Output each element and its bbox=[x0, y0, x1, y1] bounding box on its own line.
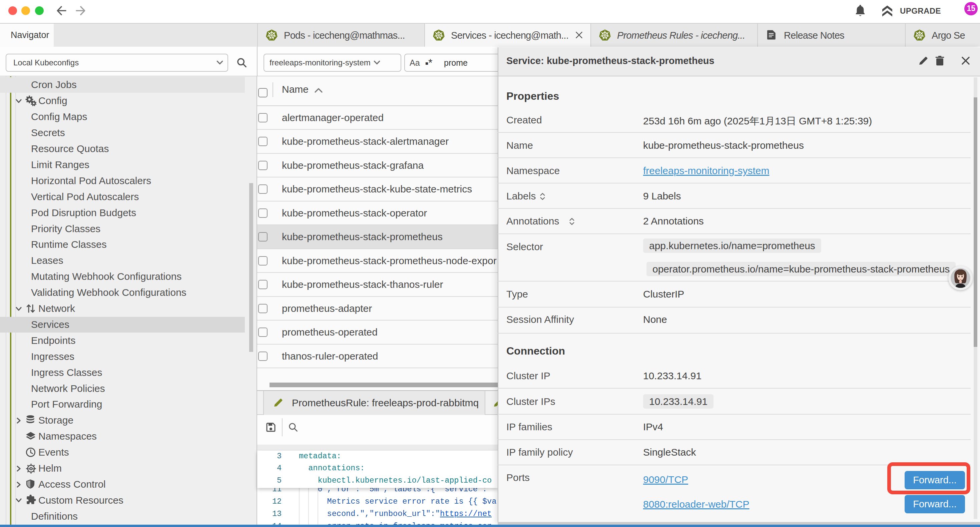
svg-text:HELM: HELM bbox=[28, 468, 34, 470]
